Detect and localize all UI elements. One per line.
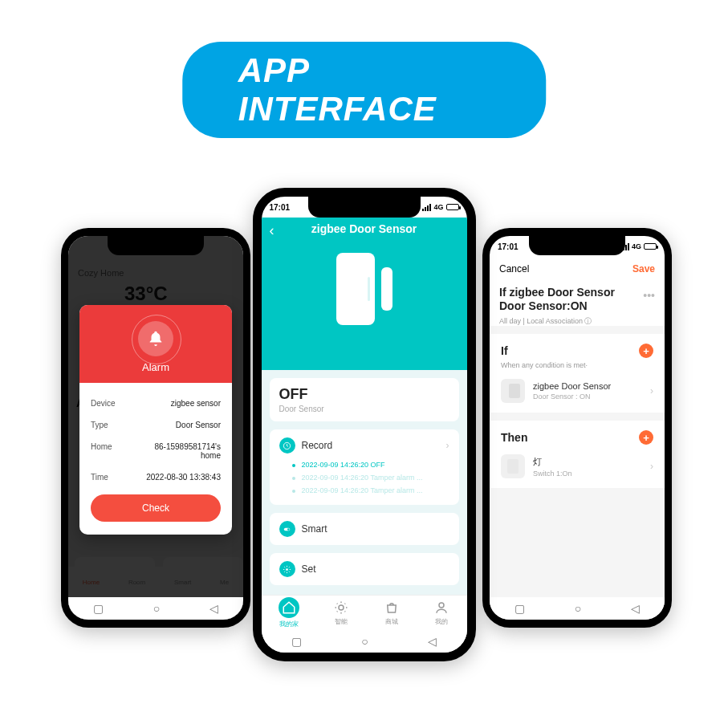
sensor-body: OFF Door Sensor Record › 2022-09-09 14:2…	[262, 370, 467, 630]
nav-bar: Cancel Save	[490, 257, 665, 281]
alarm-row-time-val: 2022-08-30 13:38:43	[146, 473, 221, 482]
device-tile-2-offline: Offline	[218, 625, 237, 628]
alarm-row-device-key: Device	[91, 399, 116, 408]
network-label: 4G	[433, 203, 443, 211]
toggle-icon	[279, 521, 295, 537]
tab-me[interactable]: 我的	[433, 600, 449, 626]
nav-home-icon[interactable]: ○	[361, 635, 368, 648]
smart-card[interactable]: Smart	[270, 513, 459, 545]
battery-icon	[446, 204, 459, 210]
rule-meta: All day | Local Association ⓘ	[499, 316, 643, 327]
alarm-header: Alarm	[79, 305, 232, 383]
tab-smart[interactable]: 智能	[333, 600, 349, 626]
action-sub: Switch 1:On	[533, 470, 572, 478]
alarm-row-home: Home 86-15989581714's home	[91, 436, 221, 466]
then-label: Then	[501, 431, 527, 444]
if-hint: When any condition is met·	[501, 361, 653, 369]
record-item-1: 2022-09-09 14:26:20 OFF	[302, 458, 449, 471]
tab-home[interactable]: 我的家	[279, 597, 299, 628]
info-icon[interactable]: ⓘ	[584, 317, 592, 325]
alarm-row-type-val: Door Sensor	[176, 421, 221, 429]
door-sensor-icon	[336, 253, 392, 325]
phone-notch	[529, 236, 625, 255]
bell-icon	[138, 321, 173, 356]
door-sensor-thumb-icon	[501, 379, 525, 403]
tab-home-label: 我的家	[279, 620, 299, 628]
signal-icon	[422, 204, 431, 211]
svg-point-3	[286, 568, 288, 571]
alarm-row-device: Device zigbee sensor	[91, 392, 221, 414]
alarm-row-type-key: Type	[91, 421, 108, 429]
condition-sub: Door Sensor : ON	[533, 392, 611, 401]
nav-recent-icon[interactable]: ▢	[514, 602, 525, 615]
light-switch-thumb-icon	[501, 454, 525, 478]
alarm-row-home-val: 86-15989581714's home	[132, 442, 221, 460]
alarm-body: Device zigbee sensor Type Door Sensor Ho…	[79, 383, 232, 535]
add-action-button[interactable]: +	[639, 430, 653, 445]
alarm-row-device-val: zigbee sensor	[171, 399, 221, 408]
rule-title: If zigbee Door Sensor Door Sensor:ON	[499, 286, 643, 313]
tab-me-label: 我的	[435, 618, 448, 625]
chevron-right-icon: ›	[650, 385, 653, 397]
record-list: 2022-09-09 14:26:20 OFF 2022-09-09 14:26…	[302, 458, 449, 497]
sensor-header: ‹ zigbee Door Sensor	[262, 218, 467, 370]
save-button[interactable]: Save	[632, 263, 655, 275]
nav-back-icon[interactable]: ◁	[631, 602, 640, 615]
nav-back-icon[interactable]: ◁	[428, 635, 437, 648]
status-time: 17:01	[498, 242, 519, 251]
if-section: If + When any condition is met· zigbee D…	[490, 334, 665, 413]
android-nav: ▢ ○ ◁	[490, 597, 665, 620]
add-condition-button[interactable]: +	[639, 344, 653, 358]
record-card[interactable]: Record › 2022-09-09 14:26:20 OFF 2022-09…	[270, 429, 459, 505]
svg-point-5	[439, 603, 444, 608]
back-button[interactable]: ‹	[270, 222, 275, 239]
home-icon	[279, 597, 299, 618]
record-label: Record	[302, 440, 333, 451]
bottom-tab-bar: 我的家 智能 商城 我的	[262, 595, 467, 630]
gear-icon	[279, 561, 295, 577]
battery-icon	[644, 243, 657, 250]
nav-home-icon[interactable]: ○	[153, 602, 160, 615]
sensor-status: OFF	[279, 386, 449, 403]
condition-item[interactable]: zigbee Door Sensor Door Sensor : ON ›	[501, 379, 653, 403]
record-item-2: 2022-09-09 14:26:20 Tamper alarm ...	[302, 471, 449, 484]
sensor-status-sub: Door Sensor	[279, 405, 449, 413]
smart-label: Smart	[302, 523, 327, 535]
then-section: Then + 灯 Switch 1:On ›	[490, 421, 665, 488]
page-title: zigbee Door Sensor	[262, 218, 467, 235]
android-nav: ▢ ○ ◁	[262, 630, 467, 653]
set-card[interactable]: Set	[270, 553, 459, 585]
user-icon	[433, 600, 449, 616]
action-item[interactable]: 灯 Switch 1:On ›	[501, 454, 653, 478]
cancel-button[interactable]: Cancel	[499, 263, 529, 275]
phone-automation: 17:01 4G Cancel Save If zigbee Door Sens…	[482, 228, 672, 628]
clock-icon	[279, 437, 295, 453]
tab-smart-label: 智能	[335, 618, 348, 625]
network-label: 4G	[632, 242, 641, 250]
alarm-row-type: Type Door Sensor	[91, 414, 221, 436]
condition-title: zigbee Door Sensor	[533, 381, 611, 391]
svg-point-4	[339, 605, 344, 610]
set-label: Set	[302, 563, 316, 575]
phone-alarm: 17:01 4G Cozy Home 33°C All 手指机器人 Plus 人…	[61, 228, 250, 628]
tab-mall-label: 商城	[385, 618, 398, 625]
chevron-right-icon: ›	[446, 440, 449, 451]
check-button[interactable]: Check	[91, 494, 221, 522]
page-title-pill: APP INTERFACE	[182, 42, 547, 138]
nav-recent-icon[interactable]: ▢	[93, 602, 104, 615]
more-button[interactable]: •••	[643, 286, 655, 302]
svg-point-2	[287, 528, 290, 531]
record-item-3: 2022-09-09 14:26:20 Tamper alarm ...	[302, 484, 449, 497]
bag-icon	[384, 600, 400, 616]
tab-mall[interactable]: 商城	[384, 600, 400, 626]
android-nav: ▢ ○ ◁	[68, 597, 243, 620]
alarm-row-home-key: Home	[91, 442, 112, 451]
nav-back-icon[interactable]: ◁	[209, 602, 218, 615]
phone-notch	[308, 197, 421, 218]
status-time: 17:01	[270, 203, 291, 212]
action-title: 灯	[533, 456, 572, 468]
automation-body: If + When any condition is met· zigbee D…	[490, 326, 665, 597]
sun-icon	[333, 600, 349, 616]
nav-home-icon[interactable]: ○	[575, 602, 581, 615]
nav-recent-icon[interactable]: ▢	[291, 635, 302, 648]
